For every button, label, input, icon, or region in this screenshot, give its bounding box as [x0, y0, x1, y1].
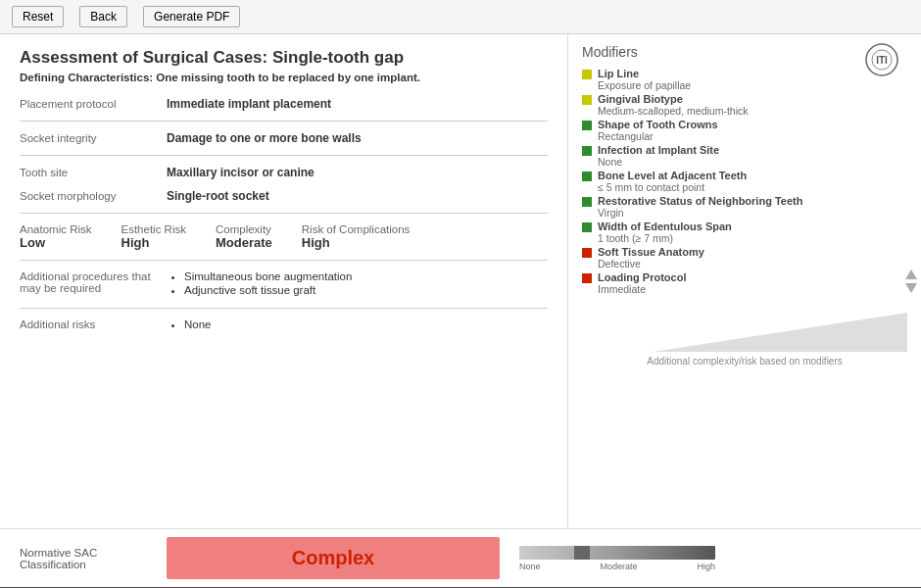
mod-value: Virgin: [598, 207, 802, 219]
mod-color-indicator: [582, 222, 592, 232]
anatomic-risk-value: Low: [20, 235, 92, 250]
right-panel: ITI Modifiers Lip LineExposure of papill…: [568, 34, 921, 528]
mod-color-indicator: [582, 273, 592, 283]
complexity-col: Complexity Moderate: [216, 223, 272, 250]
back-button[interactable]: Back: [79, 6, 127, 27]
risk-complications-label: Risk of Complications: [302, 223, 411, 235]
mod-color-indicator: [582, 172, 592, 181]
socket-integrity-value: Damage to one or more bone walls: [167, 131, 362, 145]
additional-procedures-list: Simultaneous bone augmentation Adjunctiv…: [167, 270, 352, 298]
additional-procedures-row: Additional procedures that may be requir…: [20, 270, 548, 298]
list-item: None: [184, 318, 212, 330]
svg-marker-3: [653, 313, 907, 352]
list-item: Adjunctive soft tissue graft: [184, 284, 352, 296]
scale-labels: None Moderate High: [519, 562, 715, 571]
modifier-item: Infection at Implant SiteNone: [582, 144, 907, 168]
reset-button[interactable]: Reset: [12, 6, 64, 27]
modifier-item: Shape of Tooth CrownsRectangular: [582, 119, 907, 142]
additional-procedures-label: Additional procedures that may be requir…: [20, 270, 167, 294]
mod-title: Bone Level at Adjacent Teeth: [598, 170, 747, 181]
scale-none: None: [519, 562, 541, 571]
additional-risks-list: None: [167, 318, 212, 332]
generate-pdf-button[interactable]: Generate PDF: [143, 6, 240, 27]
tooth-site-row: Tooth site Maxillary incisor or canine: [20, 166, 548, 179]
socket-integrity-label: Socket integrity: [20, 131, 167, 144]
classification-row: Normative SAC Classification Complex Non…: [0, 528, 921, 587]
main-content: Assessment of Surgical Cases: Single-too…: [0, 34, 921, 528]
risk-scale: None Moderate High: [519, 546, 715, 571]
socket-integrity-row: Socket integrity Damage to one or more b…: [20, 131, 548, 145]
placement-protocol-row: Placement protocol Immediate implant pla…: [20, 97, 548, 111]
complexity-label: Complexity: [216, 223, 272, 235]
mod-value: Exposure of papillae: [598, 79, 691, 91]
scale-high: High: [697, 562, 715, 571]
top-bar: Reset Back Generate PDF: [0, 0, 921, 34]
mod-title: Width of Edentulous Span: [598, 220, 732, 232]
socket-morphology-row: Socket morphology Single-root socket: [20, 189, 548, 203]
complexity-note: Additional complexity/risk based on modi…: [582, 356, 907, 367]
left-panel: Assessment of Surgical Cases: Single-too…: [0, 34, 568, 528]
risk-complications-value: High: [302, 235, 411, 250]
scale-bar: [519, 546, 715, 560]
scale-marker: [574, 546, 590, 560]
modifier-item: Restorative Status of Neighboring TeethV…: [582, 195, 907, 219]
normative-sac-label: Normative SAC Classification: [20, 547, 147, 570]
scale-moderate: Moderate: [600, 562, 637, 571]
triangle-area: [582, 303, 907, 352]
placement-protocol-label: Placement protocol: [20, 97, 167, 110]
mod-color-indicator: [582, 121, 592, 130]
mod-title: Soft Tissue Anatomy: [598, 246, 704, 258]
risk-complications-col: Risk of Complications High: [302, 223, 411, 250]
mod-title: Loading Protocol: [598, 271, 686, 283]
defining-characteristics: Defining Characteristics: One missing to…: [20, 72, 548, 83]
modifier-item: Width of Edentulous Span1 tooth (≥ 7 mm): [582, 220, 907, 244]
mod-value: None: [598, 156, 719, 168]
svg-text:ITI: ITI: [876, 55, 888, 66]
scrollbar-area[interactable]: [905, 268, 917, 295]
modifier-item: Soft Tissue AnatomyDefective: [582, 246, 907, 270]
iti-logo: ITI: [852, 42, 911, 81]
socket-morphology-label: Socket morphology: [20, 189, 167, 202]
modifier-item: Loading ProtocolImmediate: [582, 271, 907, 295]
list-item: Simultaneous bone augmentation: [184, 270, 352, 282]
tooth-site-label: Tooth site: [20, 166, 167, 178]
mod-color-indicator: [582, 248, 592, 258]
esthetic-risk-label: Esthetic Risk: [121, 223, 186, 235]
mod-value: Rectangular: [598, 130, 718, 142]
additional-risks-row: Additional risks None: [20, 318, 548, 332]
mod-color-indicator: [582, 70, 592, 79]
mod-color-indicator: [582, 146, 592, 156]
anatomic-risk-col: Anatomic Risk Low: [20, 223, 92, 250]
risk-row: Anatomic Risk Low Esthetic Risk High Com…: [20, 223, 548, 250]
mod-title: Lip Line: [598, 68, 691, 79]
anatomic-risk-label: Anatomic Risk: [20, 223, 92, 235]
modifier-item: Gingival BiotypeMedium-scalloped, medium…: [582, 93, 907, 117]
socket-morphology-value: Single-root socket: [167, 189, 269, 203]
mod-value: Immediate: [598, 283, 686, 295]
page-title: Assessment of Surgical Cases: Single-too…: [20, 48, 548, 68]
additional-risks-label: Additional risks: [20, 318, 167, 330]
mod-title: Shape of Tooth Crowns: [598, 119, 718, 130]
modifier-item: Bone Level at Adjacent Teeth≤ 5 mm to co…: [582, 170, 907, 193]
complexity-value: Moderate: [216, 235, 272, 250]
mod-value: 1 tooth (≥ 7 mm): [598, 232, 732, 244]
scroll-down-icon[interactable]: [905, 283, 917, 295]
mod-value: Medium-scalloped, medium-thick: [598, 105, 748, 117]
mod-title: Restorative Status of Neighboring Teeth: [598, 195, 802, 207]
scroll-up-icon[interactable]: [905, 268, 917, 279]
mod-color-indicator: [582, 197, 592, 207]
mod-title: Infection at Implant Site: [598, 144, 719, 156]
modifiers-list: Lip LineExposure of papillaeGingival Bio…: [582, 68, 907, 295]
mod-title: Gingival Biotype: [598, 93, 748, 105]
complexity-section: Additional complexity/risk based on modi…: [582, 303, 907, 367]
placement-protocol-value: Immediate implant placement: [167, 97, 331, 111]
mod-color-indicator: [582, 95, 592, 105]
mod-value: ≤ 5 mm to contact point: [598, 181, 747, 193]
esthetic-risk-col: Esthetic Risk High: [121, 223, 186, 250]
complex-bar: Complex: [167, 537, 500, 579]
esthetic-risk-value: High: [121, 235, 186, 250]
mod-value: Defective: [598, 258, 704, 270]
tooth-site-value: Maxillary incisor or canine: [167, 166, 315, 179]
